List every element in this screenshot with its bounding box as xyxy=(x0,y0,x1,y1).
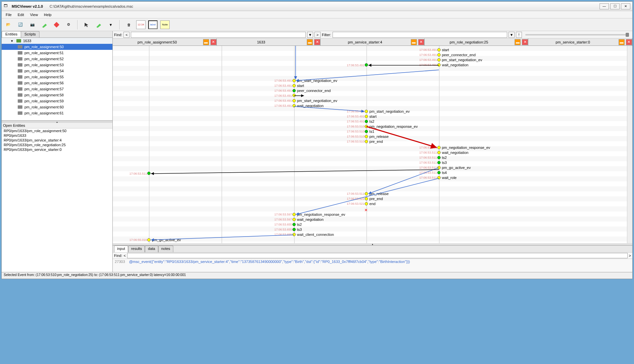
bottom-find-next[interactable]: > xyxy=(629,254,631,258)
highlighter-icon[interactable] xyxy=(94,20,103,29)
event-marker[interactable]: pm_go_active_ev xyxy=(147,238,181,242)
menu-edit[interactable]: Edit xyxy=(15,12,27,17)
menu-view[interactable]: View xyxy=(27,12,41,17)
column-minimize-button[interactable]: ▬ xyxy=(619,39,625,45)
tree-item[interactable]: pm_role_assignment:55 xyxy=(2,74,112,80)
zoom-slider[interactable] xyxy=(525,34,629,35)
trash-icon[interactable]: 🗑 xyxy=(124,20,133,29)
open-icon[interactable]: 📂 xyxy=(4,20,13,29)
tab-notes[interactable]: notes xyxy=(158,246,173,252)
refresh-icon[interactable]: 🔄 xyxy=(16,20,25,29)
event-marker[interactable]: start xyxy=(365,114,376,118)
menu-help[interactable]: Help xyxy=(41,12,54,17)
tab-entities[interactable]: Entities xyxy=(2,31,21,37)
column-minimize-button[interactable]: ▬ xyxy=(411,39,417,45)
dropdown-icon[interactable]: ▼ xyxy=(106,20,115,29)
event-marker[interactable]: peer_connector_end xyxy=(292,89,331,93)
open-entity-item[interactable]: RP0/pm/1633/pm_role_assignment:50 xyxy=(2,128,112,133)
event-marker[interactable]: ts2 xyxy=(437,156,447,160)
filter-dropdown[interactable]: ▼ xyxy=(509,32,515,38)
column-minimize-button[interactable]: ▬ xyxy=(203,39,209,45)
column-close-button[interactable]: ✕ xyxy=(626,39,632,45)
event-marker[interactable]: wait_client_connection xyxy=(292,233,334,237)
tree-item[interactable]: pm_role_assignment:52 xyxy=(2,56,112,62)
tab-data[interactable]: data xyxy=(145,246,158,252)
tree-item[interactable]: pm_role_assignment:58 xyxy=(2,92,112,98)
tab-results[interactable]: results xyxy=(128,246,145,252)
canvas-vscroll[interactable] xyxy=(627,46,632,243)
toggle-note-icon[interactable]: Note xyxy=(160,20,170,29)
tree-item[interactable]: pm_role_assignment:59 xyxy=(2,98,112,104)
event-marker[interactable]: ts2 xyxy=(292,222,302,226)
event-marker[interactable]: pm_start_negotiation_ev xyxy=(437,58,482,62)
bottom-text[interactable]: 27303 @msc_event({"entity":"RP0/1633/163… xyxy=(113,259,632,272)
cursor-icon[interactable] xyxy=(82,20,91,29)
open-entity-item[interactable]: RP0/pm/1633/pm_service_starter:0 xyxy=(2,147,112,152)
tab-input[interactable]: input xyxy=(114,246,128,252)
event-marker[interactable]: start xyxy=(292,84,304,88)
find-input[interactable] xyxy=(131,32,306,38)
column-close-button[interactable]: ✕ xyxy=(522,39,528,45)
column-close-button[interactable]: ✕ xyxy=(418,39,424,45)
event-marker[interactable]: pm_start_negotiation_ev xyxy=(292,99,337,103)
event-marker[interactable] xyxy=(147,172,152,175)
toggle-time-icon[interactable]: 12:34 xyxy=(136,20,146,29)
event-marker[interactable]: ts2 xyxy=(365,119,374,123)
toggle-label-icon[interactable]: label xyxy=(148,20,158,29)
minimize-button[interactable]: — xyxy=(600,3,609,9)
maximize-button[interactable]: ☐ xyxy=(610,3,620,9)
open-entity-item[interactable]: RP0/pm/1633/pm_service_starter:4 xyxy=(2,138,112,143)
open-entity-item[interactable]: RP0/pm/1633/pm_role_negotiation:25 xyxy=(2,143,112,147)
tree-item[interactable]: pm_role_assignment:61 xyxy=(2,110,112,116)
camera-icon[interactable]: 📷 xyxy=(28,20,37,29)
event-marker[interactable] xyxy=(365,63,369,67)
event-marker[interactable]: wait_negotiation xyxy=(292,104,324,108)
tree-item[interactable]: pm_role_assignment:51 xyxy=(2,50,112,56)
event-marker[interactable]: pre_end xyxy=(365,197,383,201)
tree-item[interactable]: pm_role_assignment:56 xyxy=(2,80,112,86)
event-marker[interactable] xyxy=(292,94,297,97)
event-marker[interactable]: pm_start_negotiation_ev xyxy=(365,109,410,113)
tree-item[interactable]: pm_role_assignment:60 xyxy=(2,104,112,110)
tree-parent[interactable]: ▾1633 xyxy=(2,38,112,44)
event-marker[interactable]: ts1 xyxy=(365,129,374,133)
tree-item[interactable]: pm_role_assignment:54 xyxy=(2,68,112,74)
tree-item[interactable]: pm_role_assignment:50 xyxy=(2,44,112,50)
tab-scripts[interactable]: Scripts xyxy=(21,31,39,37)
event-marker[interactable]: ts3 xyxy=(437,161,447,165)
msc-canvas[interactable]: 17:06:53.491start17:06:53.491peer_connec… xyxy=(113,46,632,243)
column-close-button[interactable]: ✕ xyxy=(314,39,320,45)
event-marker[interactable]: pm_negotiation_response_ev xyxy=(437,146,490,150)
marker-green-icon[interactable] xyxy=(40,20,49,29)
find-next-button[interactable]: > xyxy=(314,32,321,38)
event-marker[interactable]: wait_negotiation xyxy=(437,63,469,67)
menu-file[interactable]: File xyxy=(3,12,14,17)
event-marker[interactable]: pm_start_negotiation_ev xyxy=(292,79,337,83)
tree-item[interactable]: pm_role_assignment:57 xyxy=(2,86,112,92)
event-marker[interactable]: end xyxy=(365,202,375,206)
event-marker[interactable]: pm_negotiation_response_ev xyxy=(365,124,418,128)
filter-input[interactable] xyxy=(333,32,508,38)
column-close-button[interactable]: ✕ xyxy=(210,39,216,45)
settings-icon[interactable]: ⚙ xyxy=(64,20,73,29)
event-marker[interactable]: pm_go_active_ev xyxy=(437,166,471,170)
event-marker[interactable]: wait_negotiation xyxy=(292,217,324,221)
find-dropdown[interactable]: ▼ xyxy=(307,32,313,38)
event-marker[interactable]: pm_negotiation_response_ev xyxy=(292,212,345,216)
event-marker[interactable]: ts4 xyxy=(437,171,447,175)
event-marker[interactable]: ts3 xyxy=(292,227,302,232)
column-minimize-button[interactable]: ▬ xyxy=(307,39,313,45)
event-marker[interactable]: wait_role xyxy=(437,176,457,180)
column-minimize-button[interactable]: ▬ xyxy=(515,39,521,45)
event-marker[interactable]: start xyxy=(437,48,449,52)
entity-tree[interactable]: ▾1633pm_role_assignment:50pm_role_assign… xyxy=(2,38,112,121)
bottom-find-input[interactable] xyxy=(127,253,628,258)
event-marker[interactable]: pm_release xyxy=(365,134,388,139)
find-prev-button[interactable]: < xyxy=(123,32,129,38)
event-marker[interactable]: pre_end xyxy=(365,140,383,144)
close-button[interactable]: ✕ xyxy=(621,3,630,9)
event-marker[interactable]: wait_negotiation xyxy=(437,151,469,155)
open-entity-item[interactable]: RP0/pm/1633 xyxy=(2,133,112,138)
bottom-find-prev[interactable]: < xyxy=(123,254,125,258)
filter-apply-button[interactable]: ! xyxy=(516,32,522,38)
